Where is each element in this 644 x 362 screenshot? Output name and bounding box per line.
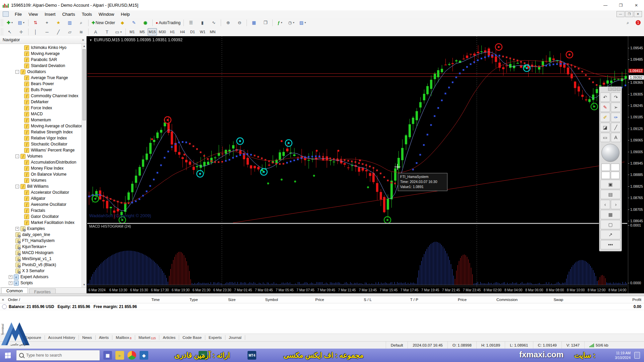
shapes-tool-icon[interactable]: ▭▾ — [113, 28, 124, 36]
price-scale[interactable]: 1.095451.094851.094251.093651.093051.092… — [628, 36, 644, 293]
start-button[interactable] — [0, 349, 15, 362]
nav-item[interactable]: fMoving Average — [0, 51, 82, 57]
timeframe-m5[interactable]: M5 — [138, 28, 147, 36]
terminal-column-sl[interactable]: S / L — [346, 298, 389, 302]
terminal-tab-account-history[interactable]: Account History — [45, 335, 79, 340]
nav-item[interactable]: fWilliams' Percent Range — [0, 147, 82, 153]
bar-chart-icon[interactable]: ☰ — [185, 19, 196, 27]
nav-item[interactable]: fGator Oscillator — [0, 214, 82, 220]
tree-expander-icon[interactable]: - — [15, 155, 19, 158]
nav-item[interactable]: -fOscillators — [0, 69, 82, 75]
timeframe-m1[interactable]: M1 — [127, 28, 137, 36]
palette-swatch[interactable] — [601, 164, 610, 171]
terminal-column-tp[interactable]: T / P — [389, 298, 439, 302]
nav-item[interactable]: fAwesome Oscillator — [0, 201, 82, 207]
terminal-column-price[interactable]: Price — [293, 298, 346, 302]
tree-expander-icon[interactable]: - — [15, 70, 19, 74]
terminal-column-type[interactable]: Type — [174, 298, 214, 302]
nav-item[interactable]: -fVolumes — [0, 153, 82, 159]
nav-item[interactable]: fParabolic SAR — [0, 57, 82, 63]
tick-chart-icon[interactable]: ⇅ — [30, 19, 41, 27]
scrollbar-thumb[interactable] — [83, 49, 86, 120]
trendline-tool-icon[interactable]: ╱ — [53, 28, 64, 36]
time-axis[interactable]: 6 Mar 20246 Mar 13:306 Mar 15:306 Mar 17… — [87, 287, 627, 294]
menu-view[interactable]: View — [25, 11, 41, 17]
terminal-column-symbol[interactable]: Symbol — [250, 298, 293, 302]
nav-item[interactable]: fStochastic Oscillator — [0, 141, 82, 147]
terminal-column-price[interactable]: Price — [439, 298, 485, 302]
nav-item[interactable]: fMoney Flow Index — [0, 165, 82, 171]
pencil-tool-icon[interactable]: ✐ — [600, 113, 610, 122]
timeframe-m30[interactable]: M30 — [158, 28, 167, 36]
nav-item[interactable]: fdaily_open_line — [0, 232, 82, 238]
line-chart-icon[interactable]: ∿ — [208, 19, 219, 27]
hline-tool-icon[interactable]: ─ — [42, 28, 52, 36]
nav-item[interactable]: +eScripts — [0, 280, 82, 286]
terminal-column-commission[interactable]: Commission — [485, 298, 529, 302]
nav-item[interactable]: fX 3 Semafor — [0, 268, 82, 274]
timeframe-m15[interactable]: M15 — [148, 28, 157, 36]
menu-window[interactable]: Window — [95, 11, 117, 17]
styler-icon[interactable]: ◆ — [117, 19, 128, 27]
nav-item[interactable]: fMiniSinyal_v1_1 — [0, 256, 82, 262]
nav-item[interactable]: fRelative Vigor Index — [0, 135, 82, 141]
undo-icon[interactable]: ↶ — [600, 93, 610, 102]
shape-tool-icon[interactable]: ▭ — [600, 133, 610, 142]
nav-item[interactable]: fKijunTenkan+ — [0, 244, 82, 250]
image-icon[interactable]: ▤ — [600, 190, 621, 199]
periods-button[interactable]: ◷▾ — [286, 19, 297, 27]
tree-expander-icon[interactable]: - — [15, 185, 19, 188]
cursor-tool-icon[interactable]: ↖ — [4, 28, 15, 36]
terminal-tab-market[interactable]: Market115 — [135, 335, 160, 340]
nav-item[interactable]: fForce Index — [0, 105, 82, 111]
palette-swatch[interactable] — [601, 172, 610, 179]
indicators-button[interactable]: ƒ▾ — [274, 19, 285, 27]
nav-item[interactable]: -fBill Williams — [0, 183, 82, 189]
nav-item[interactable]: fFTI_HamaSystem — [0, 238, 82, 244]
nav-item[interactable]: fOn Balance Volume — [0, 171, 82, 177]
nav-item[interactable]: fPivotsD_v5 (Black) — [0, 262, 82, 268]
tree-expander-icon[interactable]: + — [15, 227, 19, 231]
zoom-out-icon[interactable]: ⊖ — [234, 19, 245, 27]
terminal-column-profit[interactable]: Profit — [588, 298, 644, 302]
timeframe-d1[interactable]: D1 — [188, 28, 197, 36]
nav-item[interactable]: fRelative Strength Index — [0, 129, 82, 135]
terminal-column-time[interactable]: Time — [137, 298, 174, 302]
nav-item[interactable]: fAccumulation/Distribution — [0, 159, 82, 165]
taskbar-search-input[interactable]: Type here to search — [16, 350, 100, 361]
redo-icon[interactable]: ↷ — [611, 93, 621, 102]
grid-view-icon[interactable]: ▦ — [600, 210, 621, 219]
app-icon[interactable]: ◈ — [140, 351, 148, 360]
navigator-close-icon[interactable]: ✕ — [82, 38, 85, 42]
palette-swatch[interactable] — [611, 172, 620, 179]
palette-swatch[interactable] — [611, 164, 620, 171]
terminal-close-icon[interactable]: ✕ — [0, 298, 6, 302]
notification-center-icon[interactable] — [634, 352, 640, 359]
zoom-in-icon[interactable]: ⊕ — [223, 19, 233, 27]
price-chart-canvas[interactable] — [87, 36, 627, 287]
color-sphere[interactable] — [601, 144, 620, 162]
file-explorer-icon[interactable]: ▸ — [115, 351, 124, 360]
nav-item[interactable]: +fExamples — [0, 226, 82, 232]
new-page-icon[interactable]: ▣ — [600, 180, 621, 189]
new-order-button[interactable]: ✚New Order — [90, 19, 116, 27]
nav-item[interactable]: +eExpert Advisors — [0, 274, 82, 280]
crosshair-target-icon[interactable]: ⌖ — [42, 19, 52, 27]
mdi-close-icon[interactable]: ✕ — [634, 11, 642, 17]
tree-expander-icon[interactable]: + — [9, 281, 12, 285]
chart-window-icon[interactable] — [3, 11, 9, 17]
nav-item[interactable]: fAverage True Range — [0, 75, 82, 81]
terminal-column-swap[interactable]: Swap — [529, 298, 588, 302]
share-icon[interactable]: ↗ — [600, 230, 621, 239]
market-watch-icon[interactable]: ★ — [53, 19, 64, 27]
menu-charts[interactable]: Charts — [59, 11, 78, 17]
palette-header[interactable] — [599, 87, 622, 92]
nav-item[interactable]: fCommodity Channel Index — [0, 93, 82, 99]
menu-file[interactable]: File — [11, 11, 25, 17]
nav-item[interactable]: fBulls Power — [0, 87, 82, 93]
terminal-tab-alerts[interactable]: Alerts — [96, 335, 112, 340]
select-arrow-icon[interactable]: ➢ — [611, 103, 621, 112]
label-tool-icon[interactable]: T — [102, 28, 112, 36]
next-page-icon[interactable]: › — [611, 200, 621, 209]
browser-icon[interactable] — [127, 351, 136, 360]
